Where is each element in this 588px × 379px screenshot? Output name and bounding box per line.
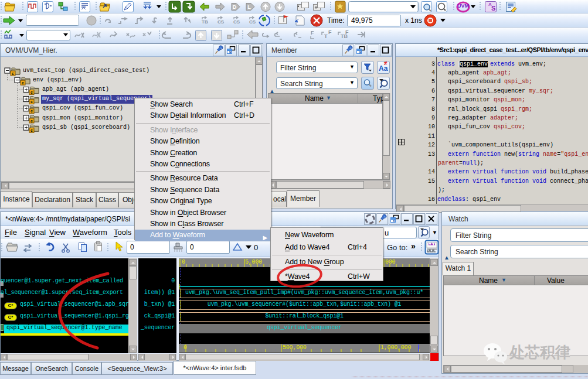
svg-text:Time:: Time: — [327, 16, 345, 25]
svg-text:49,975: 49,975 — [351, 16, 373, 25]
svg-text:T: T — [324, 33, 328, 39]
svg-text:D: D — [233, 4, 237, 10]
svg-text:F: F — [328, 29, 332, 35]
svg-text:F: F — [345, 29, 349, 35]
svg-text:CS: CS — [249, 19, 256, 25]
svg-text:S: S — [491, 5, 495, 12]
svg-text:CS: CS — [233, 19, 240, 25]
svg-text:CS: CS — [217, 19, 225, 25]
svg-text:x 1ns: x 1ns — [405, 16, 422, 25]
svg-text:F: F — [311, 30, 314, 36]
svg-text:L: L — [247, 4, 251, 10]
svg-text:TB: TB — [202, 19, 208, 25]
svg-text:UVM: UVM — [457, 3, 469, 9]
